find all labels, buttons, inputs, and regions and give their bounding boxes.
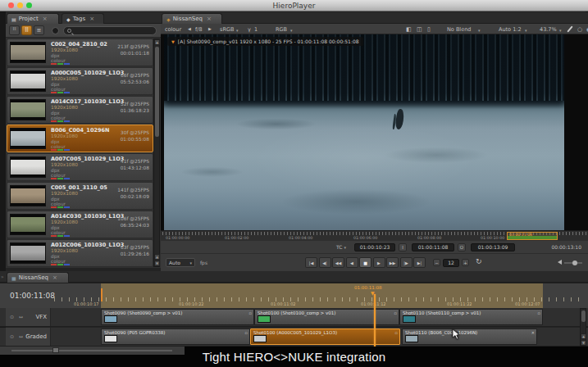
step-value-field[interactable]: 12: [443, 259, 459, 267]
zoom-level-select[interactable]: 43.7%: [540, 26, 557, 33]
prev-edit-button[interactable]: ◀|: [319, 257, 331, 268]
view-mode-button[interactable]: ⠿: [21, 25, 32, 35]
chevron-down-icon: ▾: [559, 28, 562, 33]
chevron-down-icon: ▾: [344, 245, 346, 250]
go-to-start-button[interactable]: |◀: [305, 257, 317, 268]
search-input[interactable]: [63, 26, 157, 35]
bin-clip-item[interactable]: A014C017_101030_L1O3 1920x1080 dpx colou…: [7, 96, 153, 124]
volume-slider-handle[interactable]: [572, 261, 577, 265]
set-in-button[interactable]: I: [399, 243, 407, 251]
loop-icon[interactable]: ↻: [476, 257, 482, 265]
view-mode-button[interactable]: ≡: [34, 25, 44, 35]
stack-icon[interactable]: ◫: [417, 26, 422, 33]
timeline-clip[interactable]: Shot0090 (P05 GOPR0338) ▫: [101, 328, 250, 345]
set-out-button[interactable]: O: [458, 243, 466, 251]
scroll-down-icon[interactable]: ▼: [581, 340, 586, 346]
clip-resolution: 1920x1080: [51, 134, 78, 138]
timeline-clip[interactable]: Shot0090 (Shot0090_comp > v01) ▫: [101, 309, 254, 325]
clip-badge-icon: ▫: [394, 310, 397, 315]
proxy-select[interactable]: Auto 1:2: [499, 26, 522, 33]
channels-select[interactable]: RGB: [276, 26, 287, 33]
blend-select[interactable]: No Blend: [447, 26, 471, 33]
rgb-channels-icon: [51, 264, 70, 265]
step-minus-button[interactable]: −: [433, 259, 440, 266]
bin-clip-item[interactable]: C005_001_3110_05 1920x1080 dpx colour 14…: [7, 182, 153, 210]
playhead-line[interactable]: [374, 294, 376, 347]
tab-timeline-nissanseq[interactable]: ▦ NissanSeq ×: [7, 272, 69, 283]
volume-icon[interactable]: [558, 260, 562, 265]
ruler-timecode-label: 01:00:00:00: [166, 236, 189, 240]
stop-button[interactable]: ■: [359, 257, 371, 268]
bin-scrollbar[interactable]: ▲ ▲ ▼: [153, 39, 160, 267]
out-point-field[interactable]: 01:00:13:09: [471, 243, 515, 251]
timeline-clip[interactable]: Shot0110 (B006_C004_10296N) ✕: [402, 328, 537, 345]
bin-clip-item[interactable]: C002_004_2810_02 1920x1080 dpx colour 21…: [7, 39, 153, 66]
timeline-ruler[interactable]: 01:00:11:08 01:00:10:1701:00:10:2201:00:…: [0, 283, 588, 308]
close-icon[interactable]: ×: [43, 16, 48, 22]
gamma-value[interactable]: 1: [254, 26, 258, 33]
exposure-up-icon[interactable]: ▶: [208, 26, 212, 31]
panel-menu-icon[interactable]: »: [1, 274, 4, 279]
timeline-ruler-labels: 01:00:10:1701:00:10:2201:00:11:0201:00:1…: [0, 283, 588, 309]
clip-name: C005_001_3110_05: [51, 184, 107, 191]
timeline-tracks: ⊙ ↔ VFX Shot0090 (Shot0090_comp > v01) ▫…: [0, 308, 588, 347]
exposure-down-icon[interactable]: ◀: [188, 26, 191, 31]
bin-clip-item[interactable]: A012C006_101030_L1O3 1920x1080 dpx colou…: [7, 239, 153, 267]
chevron-down-icon: ▾: [236, 28, 239, 33]
tab-tags[interactable]: ◆ Tags ×: [62, 13, 104, 24]
scroll-up-icon[interactable]: ▲: [581, 333, 586, 339]
step-plus-button[interactable]: +: [462, 259, 469, 266]
timeline-clip[interactable]: Shot0110 (Shot0110_comp > v01) ▫: [399, 309, 543, 325]
side-by-side-icon[interactable]: ▯: [427, 26, 431, 33]
clip-thumbnail: [10, 99, 46, 120]
inout-range[interactable]: 01:00:11:08: [507, 232, 558, 240]
filter-swatch[interactable]: [52, 27, 59, 34]
close-icon[interactable]: ×: [52, 274, 57, 281]
snow-ground: [164, 101, 564, 230]
bin-clip-item[interactable]: A007C005_101029_L1O3 1920x1080 dpx colou…: [7, 153, 153, 181]
play-button[interactable]: ▶: [373, 257, 385, 268]
play-backward-fast-button[interactable]: ◀◀: [332, 257, 344, 268]
ab-marker-icon[interactable]: ▼: [171, 39, 175, 44]
tab-project[interactable]: ▤ Project ×: [7, 13, 59, 24]
close-icon[interactable]: ×: [207, 16, 212, 22]
play-fast-button[interactable]: ▶▶: [386, 257, 399, 268]
bin-clip-item[interactable]: B006_C004_10296N 1920x1080 dpx colour 30…: [7, 125, 153, 152]
timeline-ruler-label: 01:00:10:17: [74, 301, 99, 306]
scrollbar-thumb[interactable]: [581, 310, 586, 322]
clip-frame-count: 63f @25FPS: [121, 245, 149, 250]
current-timecode-field[interactable]: 01:00:11:08: [412, 243, 454, 251]
clip-thumbnail: [10, 70, 46, 92]
timeline-clip[interactable]: Shot0100 (A000C005_101029_L1O3) ▫: [250, 328, 400, 345]
fps-select[interactable]: Auto▾: [166, 258, 195, 267]
close-icon[interactable]: ×: [89, 16, 94, 22]
exposure-value[interactable]: f/8: [195, 26, 203, 33]
clip-timecode: 01:36:18:23: [121, 108, 149, 113]
play-backward-button[interactable]: ◀: [346, 257, 358, 268]
lut-select[interactable]: sRGB: [220, 26, 234, 33]
scroll-down-icon[interactable]: ▼: [154, 261, 160, 266]
clip-badge-icon: ▫: [395, 330, 398, 335]
clip-timecode: 00:02:18:09: [121, 194, 149, 199]
timeline-clip-thumbnail: [253, 335, 267, 342]
in-point-field[interactable]: 01:00:10:23: [354, 243, 395, 251]
rgb-channels-icon: [51, 206, 70, 208]
scrollbar-thumb[interactable]: [155, 47, 159, 137]
search-icon: [67, 29, 71, 33]
tracks-scrollbar[interactable]: ▲ ▼: [580, 308, 586, 347]
tc-mode-select[interactable]: TC ▾: [336, 244, 346, 250]
timeline-clip[interactable]: Shot0100 (Shot0100_comp > v01) ▫: [254, 309, 399, 325]
tab-viewer-nissanseq[interactable]: ◈ NissanSeq ×: [162, 13, 222, 24]
bin-clip-item[interactable]: A014C030_101030_L1O3 1920x1080 dpx colou…: [7, 211, 153, 238]
mask-circle-icon[interactable]: ○: [577, 26, 582, 33]
annotate-pencil-icon[interactable]: [567, 25, 572, 32]
wipe-icon[interactable]: ◧: [406, 26, 412, 33]
next-edit-button[interactable]: |▶: [400, 257, 413, 268]
titlebar: HieroPlayer: [0, 0, 588, 11]
scroll-up-icon[interactable]: ▲: [154, 39, 160, 45]
view-mode-button[interactable]: ⠛: [9, 25, 20, 35]
scroll-up-icon[interactable]: ▲: [154, 254, 160, 260]
bin-clip-item[interactable]: A000C005_101029_L1O3 1920x1080 dpx colou…: [7, 67, 153, 95]
go-to-end-button[interactable]: ▶|: [413, 257, 426, 268]
viewer-timeline-ruler[interactable]: 01:00:11:08 01:00:00:0001:00:02:0001:00:…: [161, 230, 588, 241]
